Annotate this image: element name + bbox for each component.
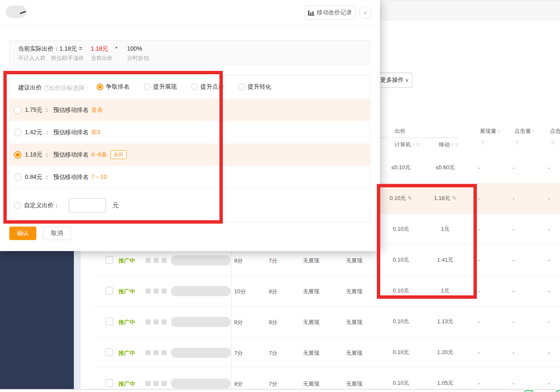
chat-widget-icon[interactable] [525, 390, 533, 392]
bid-target-options: 争取排名 提升展现 提升点击 [97, 83, 286, 91]
row-checkbox[interactable] [106, 379, 113, 387]
more-actions-button[interactable]: 更多操作 ∨ [377, 73, 412, 88]
clicks-cell: 无展现 [346, 349, 363, 357]
radio-icon[interactable] [14, 151, 22, 159]
status-badge: 推广中 [119, 380, 135, 388]
chat-widget-icon[interactable] [556, 390, 560, 392]
bid-target-option[interactable]: 提升转化 [238, 83, 271, 91]
redacted-block [146, 319, 151, 324]
clickrate-cell: - [538, 165, 560, 171]
computer-bid-cell: 0.10元 [380, 379, 422, 387]
impressions-cell: - [468, 195, 490, 202]
clickrate-cell: - [538, 349, 560, 356]
radio-icon[interactable] [14, 129, 22, 136]
clicks-cell: 无展现 [346, 319, 363, 326]
radio-icon[interactable] [144, 84, 151, 90]
filter-icon[interactable]: ▽ [551, 140, 555, 145]
bid-target-option-label: 提升转化 [248, 83, 271, 91]
radio-icon[interactable] [238, 84, 245, 90]
bid-target-label: 出价目标选择： [49, 84, 90, 92]
impressions-cell: 无展现 [303, 257, 319, 265]
mobile-price-history-button[interactable]: 移动改价记录 [305, 5, 355, 20]
redacted-block [146, 381, 151, 386]
suggested-bid-option[interactable]: 1.18元 ： 预估移动排名 4~6条 当前 [10, 143, 370, 166]
mobile-bid-cell: 1.41元 [422, 256, 468, 264]
row-checkbox[interactable] [106, 287, 113, 295]
custom-bid-label: 自定义出价： [24, 202, 60, 209]
clicks-header: 点击量↑ [514, 127, 535, 135]
bid-target-option[interactable]: 提升展现 [144, 83, 177, 91]
option-price: 1.18元 ： 预估移动排名 [25, 151, 89, 159]
quality-computer-cell: 8分 [234, 319, 243, 326]
screen: 更多操作 ∨ 出价 计算机↑ ▽ 移动↑ ▽ 展现量↑ ▽ 点击量↑ ▽ 点击 … [0, 0, 560, 392]
mobile-bid-cell: 1.05元 [422, 379, 468, 387]
redacted-keyword-name [171, 317, 231, 327]
row-checkbox[interactable] [106, 256, 113, 264]
filter-icon[interactable]: ▽ [516, 140, 519, 145]
bar-chart-icon [308, 10, 314, 16]
radio-icon[interactable] [97, 84, 103, 90]
quality-computer-cell: 10分 [234, 288, 246, 295]
filter-icon[interactable]: ▽ [481, 140, 484, 145]
current-bid-value: 1.18元 [91, 45, 108, 53]
quality-mobile-cell: 8分 [269, 319, 277, 326]
sort-asc-icon[interactable]: ↑ [498, 128, 500, 134]
redacted-keyword-name [171, 286, 231, 296]
custom-bid-input[interactable] [69, 198, 106, 213]
filter-icon[interactable]: ▽ [417, 142, 420, 147]
impressions-header: 展现量↑ [480, 127, 500, 135]
close-icon[interactable]: ✕ [359, 6, 372, 19]
radio-icon[interactable] [14, 202, 21, 209]
radio-icon[interactable] [191, 84, 198, 90]
quality-computer-cell: 7分 [234, 349, 243, 357]
filter-icon[interactable]: ▽ [455, 142, 459, 147]
keyword-table-row: 推广中 7分 7分 无展现 无展现 [94, 337, 380, 368]
bid-table-row: 0.10元 1.05元 - - - [380, 368, 560, 392]
sort-asc-icon[interactable]: ↑ [412, 142, 415, 148]
edit-pencil-icon[interactable]: ✎ [452, 195, 457, 201]
custom-bid-unit: 元 [113, 202, 119, 209]
sort-asc-icon[interactable]: ↑ [532, 128, 535, 134]
discount-note: 分时折扣 [127, 54, 149, 62]
suggested-bid-option[interactable]: 1.42元 ： 预估移动排名 前3 [10, 121, 370, 143]
radio-icon[interactable] [14, 106, 22, 114]
keyword-table-row: 推广中 8分 7分 无展现 无展现 [94, 368, 380, 392]
redacted-block [162, 289, 167, 294]
row-checkbox[interactable] [106, 349, 113, 356]
computer-bid-cell: ≤0.10元 [380, 164, 422, 171]
option-price: 1.75元 ： 预估移动排名 [25, 106, 89, 114]
cancel-button[interactable]: 取消 [43, 227, 71, 240]
clicks-cell: - [490, 319, 538, 325]
clicks-cell: - [490, 195, 538, 202]
computer-bid-cell: 0.10元 [380, 287, 422, 295]
bid-target-option-label: 争取排名 [106, 83, 130, 91]
bid-table-row: 0.10元✎ 1.18元✎ - - - [380, 183, 560, 214]
impressions-cell: - [468, 288, 490, 294]
radio-icon[interactable] [14, 173, 22, 181]
suggested-bid-option[interactable]: 0.84元 ： 预估移动排名 7～10 [10, 166, 370, 188]
sort-asc-icon[interactable]: ↑ [451, 142, 454, 148]
sidebar [0, 250, 74, 389]
confirm-button[interactable]: 确认 [9, 227, 36, 240]
mobile-bid-cell: 1.18元✎ [422, 195, 468, 202]
mobile-bid-cell: 1元 [422, 225, 468, 233]
redacted-block [162, 258, 167, 263]
clickrate-cell: - [538, 195, 560, 202]
clicks-cell: 无展现 [346, 288, 363, 295]
clickrate-cell: - [538, 226, 560, 232]
redacted-block [162, 350, 167, 355]
chevron-down-icon: ∨ [405, 77, 409, 83]
redacted-block [154, 289, 159, 294]
bid-target-option[interactable]: 争取排名 [97, 83, 130, 91]
edit-pencil-icon[interactable]: ✎ [408, 195, 412, 201]
current-bid-note: 当前出价 [91, 54, 113, 62]
keyword-table-row: 推广中 8分 8分 无展现 无展现 [94, 306, 380, 337]
computer-bid-cell: 0.10元✎ [380, 195, 422, 202]
row-checkbox[interactable] [106, 318, 113, 325]
suggested-bid-option[interactable]: 1.75元 ： 预估移动排名 首条 [10, 99, 370, 121]
bid-table-row: 0.10元 1.41元 - - - [380, 245, 560, 276]
current-badge: 当前 [111, 150, 127, 159]
bid-target-option[interactable]: 提升点击 [191, 83, 224, 91]
computer-bid-cell: 0.10元 [380, 349, 422, 356]
status-badge: 推广中 [119, 257, 135, 265]
